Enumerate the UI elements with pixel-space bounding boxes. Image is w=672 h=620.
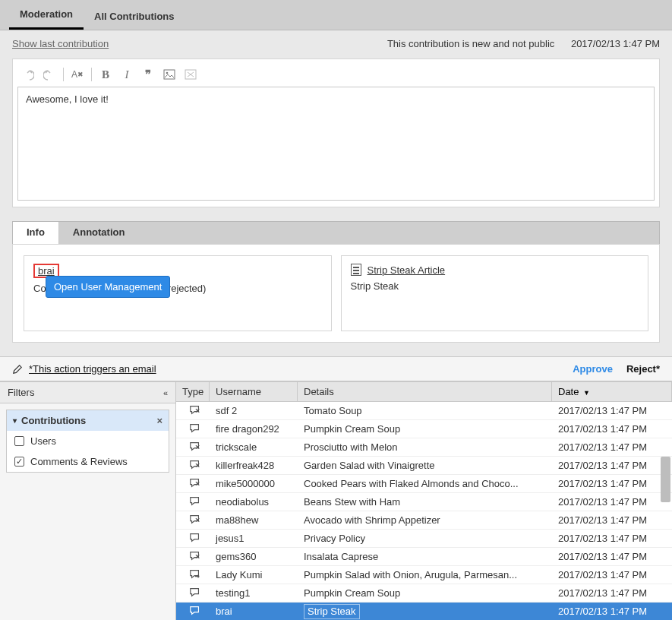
info-annotation-tabs: Info Annotation bbox=[12, 221, 660, 244]
editor-toolbar: A✖ B I ❞ bbox=[17, 64, 655, 87]
reject-button[interactable]: Reject* bbox=[626, 363, 660, 375]
status-row: Show last contribution This contribution… bbox=[0, 30, 672, 54]
cell-date: 2017/02/13 1:47 PM bbox=[552, 403, 672, 419]
clear-formatting-icon[interactable]: A✖ bbox=[70, 67, 85, 82]
article-link[interactable]: Strip Steak Article bbox=[368, 264, 446, 276]
cell-details: Pumpkin Salad with Onion, Arugula, Parme… bbox=[298, 567, 552, 583]
email-note-link[interactable]: *This action triggers an email bbox=[29, 363, 156, 375]
cell-username: brai bbox=[210, 603, 298, 619]
grid-body[interactable]: sdf 2Tomato Soup2017/02/13 1:47 PMfire d… bbox=[176, 402, 672, 620]
cell-details: Privacy Policy bbox=[298, 530, 552, 546]
cell-date: 2017/02/13 1:47 PM bbox=[552, 603, 672, 619]
cell-details: Tomato Soup bbox=[298, 403, 552, 419]
comment-x-icon bbox=[189, 441, 201, 454]
filter-users[interactable]: Users bbox=[7, 431, 169, 451]
cell-username: trickscale bbox=[210, 439, 298, 455]
comment-editor[interactable]: Awesome, I love it! bbox=[17, 87, 655, 201]
cell-username: Lady Kumi bbox=[210, 567, 298, 583]
co-label: Co bbox=[33, 283, 46, 294]
comment-plain-icon bbox=[189, 495, 201, 508]
filter-group-header[interactable]: ▾ Contributions × bbox=[7, 410, 169, 431]
cell-details: Garden Salad with Vinaigrette bbox=[298, 457, 552, 473]
chevron-down-icon: ▾ bbox=[13, 416, 17, 425]
cell-details: Pumpkin Cream Soup bbox=[298, 421, 552, 437]
blockquote-icon[interactable]: ❞ bbox=[140, 67, 156, 82]
show-last-contribution-link[interactable]: Show last contribution bbox=[12, 38, 109, 49]
cell-username: mike5000000 bbox=[210, 476, 298, 492]
article-info-panel: Strip Steak Article Strip Steak bbox=[341, 255, 649, 331]
table-row[interactable]: neodiabolusBeans Stew with Ham2017/02/13… bbox=[176, 493, 672, 511]
table-row[interactable]: killerfreak428Garden Salad with Vinaigre… bbox=[176, 457, 672, 475]
table-row[interactable]: mike5000000Cooked Pears with Flaked Almo… bbox=[176, 475, 672, 493]
cell-date: 2017/02/13 1:47 PM bbox=[552, 421, 672, 437]
tab-all-contributions[interactable]: All Contributions bbox=[84, 3, 185, 30]
cell-username: neodiabolus bbox=[210, 494, 298, 510]
comment-x-icon bbox=[189, 550, 201, 563]
cell-date: 2017/02/13 1:47 PM bbox=[552, 567, 672, 583]
pencil-icon bbox=[12, 364, 23, 375]
cell-username: testing1 bbox=[210, 585, 298, 601]
table-row[interactable]: braiStrip Steak2017/02/13 1:47 PM bbox=[176, 603, 672, 620]
cell-username: ma88hew bbox=[210, 512, 298, 528]
comment-plain-icon bbox=[189, 532, 201, 545]
cell-date: 2017/02/13 1:47 PM bbox=[552, 512, 672, 528]
table-row[interactable]: fire dragon292Pumpkin Cream Soup2017/02/… bbox=[176, 420, 672, 438]
table-row[interactable]: gems360Insalata Caprese2017/02/13 1:47 P… bbox=[176, 548, 672, 566]
checkbox-checked-icon[interactable] bbox=[14, 457, 24, 467]
cell-details: Cooked Pears with Flaked Almonds and Cho… bbox=[298, 476, 552, 492]
cell-details: Insalata Caprese bbox=[298, 549, 552, 565]
table-row[interactable]: ma88hewAvocado with Shrimp Appetizer2017… bbox=[176, 511, 672, 530]
cell-details: Prosciutto with Melon bbox=[298, 439, 552, 455]
filter-comments-reviews[interactable]: Comments & Reviews bbox=[7, 451, 169, 472]
tab-info[interactable]: Info bbox=[13, 222, 59, 244]
collapse-filters-icon[interactable]: « bbox=[163, 388, 168, 397]
cell-details: Pumpkin Cream Soup bbox=[298, 585, 552, 601]
table-row[interactable]: Lady KumiPumpkin Salad with Onion, Arugu… bbox=[176, 566, 672, 584]
filter-group-contributions: ▾ Contributions × Users Comments & Revie… bbox=[6, 410, 169, 473]
table-row[interactable]: testing1Pumpkin Cream Soup2017/02/13 1:4… bbox=[176, 584, 672, 603]
comment-plain-icon bbox=[189, 605, 201, 618]
scrollbar-thumb[interactable] bbox=[661, 457, 670, 502]
tab-moderation[interactable]: Moderation bbox=[9, 1, 84, 30]
comment-x-icon bbox=[189, 514, 201, 527]
table-row[interactable]: sdf 2Tomato Soup2017/02/13 1:47 PM bbox=[176, 402, 672, 420]
action-bar: *This action triggers an email Approve R… bbox=[0, 356, 672, 381]
sort-desc-icon: ▼ bbox=[583, 389, 590, 397]
tab-annotation[interactable]: Annotation bbox=[59, 222, 139, 244]
svg-point-1 bbox=[166, 72, 169, 74]
col-header-type[interactable]: Type bbox=[176, 382, 210, 401]
col-header-username[interactable]: Username bbox=[210, 382, 298, 401]
bold-icon[interactable]: B bbox=[98, 67, 113, 82]
grid-header: Type Username Details Date ▼ bbox=[176, 382, 672, 402]
checkbox-unchecked-icon[interactable] bbox=[14, 436, 24, 446]
table-row[interactable]: trickscaleProsciutto with Melon2017/02/1… bbox=[176, 438, 672, 457]
svg-rect-0 bbox=[164, 70, 175, 79]
approve-button[interactable]: Approve bbox=[573, 363, 613, 375]
col-header-date[interactable]: Date ▼ bbox=[552, 382, 672, 401]
insert-image-icon[interactable] bbox=[162, 67, 177, 82]
filters-sidebar: Filters « ▾ Contributions × Users Commen… bbox=[0, 382, 176, 620]
contribution-date: 2017/02/13 1:47 PM bbox=[571, 38, 660, 49]
remove-image-icon[interactable] bbox=[183, 67, 198, 82]
cell-date: 2017/02/13 1:47 PM bbox=[552, 585, 672, 601]
cell-username: killerfreak428 bbox=[210, 457, 298, 473]
document-icon bbox=[351, 264, 361, 276]
cell-details: Beans Stew with Ham bbox=[298, 494, 552, 510]
filters-header: Filters « bbox=[0, 382, 175, 403]
cell-date: 2017/02/13 1:47 PM bbox=[552, 439, 672, 455]
cell-username: sdf 2 bbox=[210, 403, 298, 419]
redo-icon[interactable] bbox=[42, 67, 57, 82]
open-user-management-tooltip[interactable]: Open User Management bbox=[46, 276, 170, 298]
italic-icon[interactable]: I bbox=[119, 67, 134, 82]
filters-title: Filters bbox=[8, 387, 34, 398]
close-filter-group-icon[interactable]: × bbox=[156, 415, 162, 426]
undo-icon[interactable] bbox=[21, 67, 36, 82]
cell-date: 2017/02/13 1:47 PM bbox=[552, 476, 672, 492]
cell-details: Avocado with Shrimp Appetizer bbox=[298, 512, 552, 528]
table-row[interactable]: jesus1Privacy Policy2017/02/13 1:47 PM bbox=[176, 530, 672, 548]
col-header-details[interactable]: Details bbox=[298, 382, 552, 401]
cell-date: 2017/02/13 1:47 PM bbox=[552, 549, 672, 565]
cell-date: 2017/02/13 1:47 PM bbox=[552, 457, 672, 473]
cell-username: fire dragon292 bbox=[210, 421, 298, 437]
cell-details: Strip Steak bbox=[298, 602, 552, 621]
